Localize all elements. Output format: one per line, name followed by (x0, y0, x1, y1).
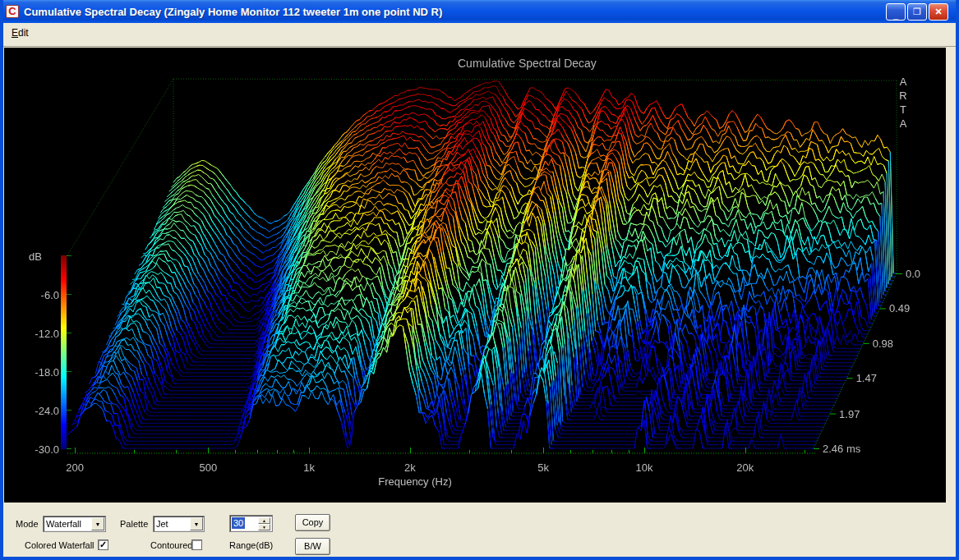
tick-label: 0.0 (906, 268, 920, 280)
tick-label: 5k (527, 461, 560, 474)
tick-label: 20k (729, 461, 762, 474)
palette-combobox[interactable]: Jet ▼ (153, 516, 205, 532)
range-spinner[interactable]: 30 ▲ ▼ (229, 515, 273, 532)
tick-label: 2.46 ms (823, 443, 860, 455)
colored-waterfall-label: Colored Waterfall (25, 540, 95, 550)
chevron-down-icon[interactable]: ▼ (91, 517, 104, 530)
window-title: Cumulative Spectral Decay (Zingaly Home … (24, 6, 442, 18)
palette-label: Palette (120, 519, 148, 529)
waterfall-canvas (5, 48, 942, 502)
title-bar[interactable]: C Cumulative Spectral Decay (Zingaly Hom… (0, 0, 959, 23)
control-bar: Mode Waterfall ▼ Palette Jet ▼ 30 ▲ ▼ Ra… (3, 503, 956, 557)
tick-label: -18.0 (25, 366, 59, 379)
mode-label: Mode (16, 519, 39, 529)
tick-label: -24.0 (25, 405, 59, 417)
spin-up-icon[interactable]: ▲ (258, 517, 270, 524)
tick-label: 200 (58, 461, 91, 474)
tick-label: 1.47 (856, 372, 877, 384)
mode-combobox[interactable]: Waterfall ▼ (43, 516, 106, 532)
app-icon: C (6, 5, 19, 18)
close-button[interactable]: ✕ (929, 3, 948, 21)
bw-button[interactable]: B/W (295, 538, 330, 555)
arta-watermark: A R T A (897, 75, 910, 131)
minimize-button[interactable]: _ (886, 3, 906, 21)
contoured-label: Contoured (150, 540, 192, 550)
tick-label: -12.0 (25, 328, 59, 340)
range-value[interactable]: 30 (232, 517, 245, 529)
tick-label: -6.0 (25, 289, 59, 301)
plot-title: Cumulative Spectral Decay (458, 57, 597, 70)
tick-label: -30.0 (25, 443, 59, 456)
db-axis-label: dB (29, 250, 58, 263)
chevron-down-icon[interactable]: ▼ (190, 517, 203, 530)
spin-down-icon[interactable]: ▼ (258, 524, 270, 530)
copy-button[interactable]: Copy (295, 514, 330, 531)
tick-label: 10k (628, 461, 661, 474)
colored-waterfall-checkbox[interactable]: ✓ (98, 539, 108, 550)
tick-label: 1.97 (839, 408, 860, 420)
range-label: Range(dB) (229, 540, 273, 550)
contoured-checkbox[interactable] (191, 539, 202, 550)
tick-label: 500 (191, 461, 224, 474)
menu-item-edit[interactable]: Edit (3, 23, 35, 39)
mode-value: Waterfall (46, 519, 81, 529)
palette-value: Jet (156, 519, 168, 529)
menu-bar: Edit (3, 23, 956, 47)
tick-label: 0.98 (873, 337, 893, 350)
freq-axis-label: Frequency (Hz) (353, 475, 477, 488)
tick-label: 2k (394, 461, 426, 474)
maximize-icon: ❐ (913, 4, 921, 20)
minimize-icon: _ (893, 7, 898, 23)
tick-label: 0.49 (889, 302, 910, 314)
tick-label: 1k (293, 461, 325, 474)
maximize-button[interactable]: ❐ (907, 3, 927, 21)
arta-csd-window: C Cumulative Spectral Decay (Zingaly Hom… (0, 0, 959, 560)
plot-area: Cumulative Spectral Decay dB Frequency (… (4, 48, 946, 503)
close-icon: ✕ (934, 4, 942, 20)
